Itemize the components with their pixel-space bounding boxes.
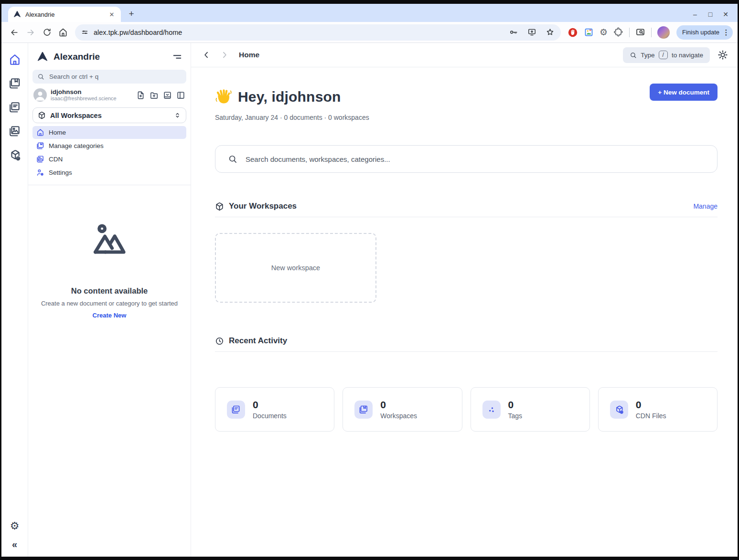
user-email: isaac@freshbrewed.science — [51, 95, 136, 102]
import-icon[interactable] — [163, 91, 172, 100]
sidebar-item-manage-categories[interactable]: Manage categories — [32, 139, 186, 152]
screen-edge-artifact-bottom — [1, 557, 738, 560]
tab-title: Alexandrie — [25, 11, 104, 18]
stat-card-cdn-files[interactable]: 0 CDN Files — [598, 387, 718, 432]
new-document-icon[interactable] — [136, 91, 145, 100]
browser-toolbar: alex.tpk.pw/dashboard/home ⚙ Finish upda… — [1, 22, 738, 43]
browser-home-button[interactable] — [55, 24, 71, 41]
chevrons-up-down-icon — [174, 112, 181, 119]
theme-toggle-sun-icon[interactable] — [718, 50, 728, 60]
window-close-button[interactable]: ✕ — [721, 11, 730, 18]
sidebar-item-home[interactable]: Home — [32, 126, 186, 139]
password-manager-icon[interactable] — [507, 26, 521, 39]
bookmark-star-icon[interactable] — [544, 26, 557, 39]
finish-update-button[interactable]: Finish update ⋮ — [676, 25, 733, 40]
quick-nav-prefix: Type — [641, 52, 654, 59]
extensions-cluster: ⚙ — [568, 26, 670, 39]
global-search-input[interactable] — [245, 155, 705, 164]
search-icon — [228, 154, 237, 164]
sidebar: Alexandrie idjohnson isaac@freshbrewed.s… — [28, 43, 191, 557]
url-bar[interactable]: alex.tpk.pw/dashboard/home — [75, 24, 561, 41]
activity-section-header: Recent Activity — [215, 336, 718, 352]
workspaces-icon — [354, 401, 373, 419]
window-maximize-button[interactable]: □ — [706, 11, 715, 18]
search-tabs-icon[interactable] — [635, 27, 645, 37]
workspace-cube-icon — [38, 111, 46, 119]
manage-workspaces-link[interactable]: Manage — [693, 202, 718, 210]
user-avatar[interactable] — [33, 88, 47, 102]
waving-hand-emoji — [214, 87, 233, 106]
sidebar-search-input[interactable] — [48, 73, 182, 81]
workspaces-section-header: Your Workspaces Manage — [215, 201, 718, 217]
adblock-extension-icon[interactable] — [568, 27, 578, 38]
new-workspace-label: New workspace — [271, 264, 320, 272]
sidebar-empty-state: No content available Create a new docume… — [32, 220, 186, 319]
create-new-link[interactable]: Create New — [39, 312, 180, 319]
settings-extension-icon[interactable]: ⚙ — [600, 28, 608, 37]
rail-collapse-icon[interactable]: « — [12, 539, 17, 550]
extensions-puzzle-icon[interactable] — [613, 27, 623, 37]
breadcrumb: Home — [239, 51, 259, 59]
rail-cdn-files-icon[interactable] — [9, 149, 21, 161]
nav-label: CDN — [49, 156, 63, 163]
screen-edge-artifact-top — [1, 0, 738, 4]
quick-navigate-search[interactable]: Type / to navigate — [623, 47, 710, 63]
sidebar-item-settings[interactable]: Settings — [32, 166, 186, 179]
empty-state-subtitle: Create a new document or category to get… — [39, 300, 180, 307]
stat-label: CDN Files — [636, 412, 666, 420]
stat-card-tags[interactable]: 0 Tags — [471, 387, 590, 432]
home-icon — [36, 128, 44, 137]
browser-reload-button[interactable] — [39, 24, 55, 41]
user-name: idjohnson — [51, 88, 136, 95]
stat-value: 0 — [508, 399, 523, 411]
global-search-bar[interactable] — [215, 145, 718, 173]
browser-forward-button[interactable] — [22, 24, 39, 41]
empty-state-title: No content available — [39, 286, 180, 296]
cdn-icon — [36, 155, 44, 163]
icon-rail: ⚙ « — [1, 43, 28, 557]
tab-close-icon[interactable]: ✕ — [107, 10, 116, 19]
stat-value: 0 — [253, 399, 287, 411]
new-category-icon[interactable] — [150, 91, 159, 100]
browser-tab[interactable]: Alexandrie ✕ — [8, 7, 121, 22]
workspaces-cube-icon — [215, 202, 224, 211]
site-settings-icon[interactable] — [81, 28, 89, 36]
sidebar-menu-icon[interactable] — [172, 52, 182, 62]
stat-card-documents[interactable]: 0 Documents — [215, 387, 334, 432]
screenshot-extension-icon[interactable] — [584, 27, 594, 37]
toggle-panel-icon[interactable] — [176, 91, 185, 100]
rail-settings-gear-icon[interactable]: ⚙ — [10, 520, 20, 532]
nav-label: Home — [49, 129, 66, 136]
window-controls: – □ ✕ — [691, 11, 738, 22]
new-document-button[interactable]: + New document — [650, 84, 718, 101]
tags-icon — [482, 401, 501, 419]
workspace-selector[interactable]: All Workspaces — [32, 107, 186, 123]
rail-documents-icon[interactable] — [9, 101, 21, 114]
install-app-icon[interactable] — [525, 26, 539, 39]
nav-forward-icon[interactable] — [220, 50, 229, 60]
user-row: idjohnson isaac@freshbrewed.science — [32, 88, 186, 102]
sidebar-item-cdn[interactable]: CDN — [32, 153, 186, 166]
rail-home-icon[interactable] — [9, 53, 21, 66]
nav-back-icon[interactable] — [202, 50, 211, 60]
stats-row: 0 Documents 0 Workspaces 0 Tags — [215, 387, 718, 432]
new-tab-button[interactable]: + — [125, 7, 138, 21]
workspaces-section-title: Your Workspaces — [229, 201, 688, 211]
browser-tabstrip: Alexandrie ✕ + – □ ✕ — [1, 4, 738, 22]
app-window: Alexandrie ✕ + – □ ✕ alex.tpk.pw/dashboa… — [0, 0, 739, 560]
sidebar-search[interactable] — [32, 70, 186, 84]
rail-cdn-icon[interactable] — [9, 125, 21, 137]
browser-menu-icon[interactable]: ⋮ — [722, 28, 730, 37]
url-text[interactable]: alex.tpk.pw/dashboard/home — [94, 29, 503, 36]
rail-categories-icon[interactable] — [9, 77, 21, 90]
finish-update-label: Finish update — [682, 29, 719, 36]
stat-card-workspaces[interactable]: 0 Workspaces — [343, 387, 462, 432]
quick-nav-suffix: to navigate — [672, 52, 703, 59]
browser-profile-avatar[interactable] — [657, 26, 670, 39]
new-workspace-card[interactable]: New workspace — [215, 233, 376, 303]
main-panel: Home Type / to navigate — [191, 43, 738, 557]
browser-back-button[interactable] — [6, 24, 22, 41]
nav-label: Manage categories — [49, 142, 104, 149]
window-minimize-button[interactable]: – — [691, 11, 699, 18]
alexandrie-logo — [36, 51, 49, 63]
